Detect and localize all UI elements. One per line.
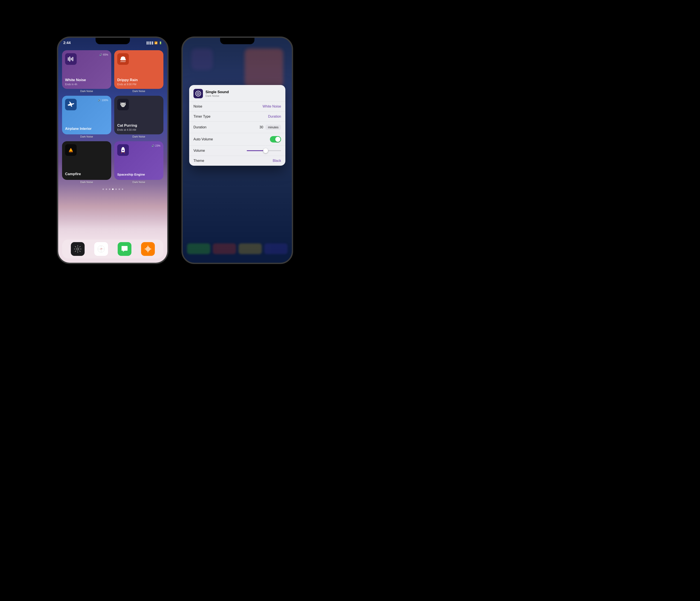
svg-rect-0 xyxy=(68,57,69,61)
svg-rect-2 xyxy=(71,58,72,60)
auto-volume-toggle[interactable] xyxy=(270,136,281,142)
auto-volume-row[interactable]: Auto Volume xyxy=(189,133,285,146)
drippy-rain-icon xyxy=(117,53,129,65)
left-phone-screen: 2:44 ▐▐▐▐ 📶 🔋 xyxy=(58,38,167,263)
card-app-subtitle: Dark Noise xyxy=(205,94,229,98)
drippy-rain-label: Dark Noise xyxy=(114,90,164,93)
spaceship-widget[interactable]: 🔊23% Spaceship Engine xyxy=(114,141,164,180)
white-noise-cell: 🔊65% White Noise Ends in 4h Dark Noise xyxy=(62,50,111,93)
svg-rect-3 xyxy=(72,57,73,61)
white-noise-label: Dark Noise xyxy=(62,90,111,93)
app-icon xyxy=(194,89,203,98)
status-icons: ▐▐▐▐ 📶 🔋 xyxy=(146,42,162,45)
duration-unit[interactable]: minutes xyxy=(266,125,281,130)
svg-point-13 xyxy=(122,150,124,151)
page-dot-3[interactable] xyxy=(112,188,114,190)
page-dots xyxy=(58,188,167,190)
spaceship-volume: 🔊23% xyxy=(151,144,160,147)
timer-type-label: Timer Type xyxy=(194,114,210,119)
left-phone: 2:44 ▐▐▐▐ 📶 🔋 xyxy=(57,36,169,264)
white-noise-volume: 🔊65% xyxy=(99,53,108,56)
duration-controls: 30 minutes xyxy=(259,125,281,130)
blur-item-4 xyxy=(264,243,288,254)
spaceship-cell: 🔊23% Spaceship Engine Dark Noise xyxy=(114,141,164,184)
drippy-rain-title: Drippy Rain xyxy=(117,78,160,82)
cat-purring-cell: Cat Purring Ends at 4:30 AM Dark Noise xyxy=(114,96,164,138)
page-dot-4[interactable] xyxy=(115,188,117,190)
noise-value: White Noise xyxy=(262,105,281,108)
volume-label: Volume xyxy=(194,149,205,153)
svg-point-8 xyxy=(122,104,122,105)
right-phone: Single Sound Dark Noise Noise White Nois… xyxy=(181,36,293,264)
page-dot-6[interactable] xyxy=(122,188,123,190)
widget-grid: 🔊65% White Noise Ends in 4h Dark Noise xyxy=(58,47,167,187)
page-dot-1[interactable] xyxy=(106,188,107,190)
cat-purring-widget[interactable]: Cat Purring Ends at 4:30 AM xyxy=(114,96,164,134)
cat-purring-title: Cat Purring xyxy=(117,124,160,128)
noise-row[interactable]: Noise White Noise xyxy=(189,102,285,112)
volume-row[interactable]: Volume xyxy=(189,146,285,156)
airplane-widget[interactable]: 🔊100% Airplane Interior xyxy=(62,96,111,134)
volume-slider-thumb[interactable] xyxy=(263,148,268,153)
theme-value: Black xyxy=(273,159,281,163)
campfire-cell: Campfire Dark Noise xyxy=(62,141,111,184)
right-notch xyxy=(220,38,254,44)
airplane-title: Airplane Interior xyxy=(65,127,108,131)
white-noise-icon xyxy=(65,53,77,65)
card-header: Single Sound Dark Noise xyxy=(189,85,285,102)
signal-icon: ▐▐▐▐ xyxy=(146,42,153,45)
dock xyxy=(62,239,164,258)
campfire-title: Campfire xyxy=(65,172,108,176)
settings-app-icon[interactable] xyxy=(71,242,84,256)
drippy-rain-cell: Drippy Rain Ends at 9:00 PM Dark Noise xyxy=(114,50,164,93)
white-noise-widget[interactable]: 🔊65% White Noise Ends in 4h xyxy=(62,50,111,89)
phones-container: 2:44 ▐▐▐▐ 📶 🔋 xyxy=(57,36,293,264)
airplane-icon xyxy=(65,99,77,110)
svg-line-11 xyxy=(71,152,73,152)
airplane-volume: 🔊100% xyxy=(98,99,108,102)
duration-label: Duration xyxy=(194,125,206,129)
svg-line-6 xyxy=(123,61,124,62)
svg-point-14 xyxy=(77,248,79,250)
svg-line-4 xyxy=(121,61,121,62)
messages-app-icon[interactable] xyxy=(118,242,131,256)
drippy-rain-widget[interactable]: Drippy Rain Ends at 9:00 PM xyxy=(114,50,164,89)
cat-purring-subtitle: Ends at 4:30 AM xyxy=(117,128,160,131)
theme-row[interactable]: Theme Black xyxy=(189,156,285,166)
white-noise-title: White Noise xyxy=(65,78,108,82)
svg-rect-1 xyxy=(69,56,70,61)
status-time: 2:44 xyxy=(63,41,71,45)
page-dot-2[interactable] xyxy=(109,188,110,190)
svg-line-7 xyxy=(125,61,125,62)
theme-label: Theme xyxy=(194,159,204,163)
campfire-label: Dark Noise xyxy=(62,181,111,184)
blur-item-2 xyxy=(213,243,236,254)
spaceship-icon xyxy=(117,144,129,156)
notch xyxy=(96,38,130,44)
wifi-icon: 📶 xyxy=(154,42,158,45)
detail-card: Single Sound Dark Noise Noise White Nois… xyxy=(189,85,285,166)
page-dot-0[interactable] xyxy=(102,188,104,190)
battery-icon: 🔋 xyxy=(159,42,162,45)
cat-purring-icon xyxy=(117,99,129,110)
volume-slider-track[interactable] xyxy=(247,150,281,151)
campfire-widget[interactable]: Campfire xyxy=(62,141,111,180)
white-noise-subtitle: Ends in 4h xyxy=(65,83,108,86)
timer-type-row[interactable]: Timer Type Duration xyxy=(189,112,285,122)
card-app-info: Single Sound Dark Noise xyxy=(205,90,229,98)
blur-item-3 xyxy=(239,243,262,254)
volume-slider-container xyxy=(205,150,281,151)
spaceship-label: Dark Noise xyxy=(114,181,164,184)
overcast-app-icon[interactable] xyxy=(141,242,155,256)
page-dot-5[interactable] xyxy=(119,188,120,190)
duration-number: 30 xyxy=(259,125,263,129)
safari-app-icon[interactable] xyxy=(94,242,108,256)
duration-row[interactable]: Duration 30 minutes xyxy=(189,122,285,133)
home-screen: 2:44 ▐▐▐▐ 📶 🔋 xyxy=(58,38,167,263)
noise-label: Noise xyxy=(194,105,202,108)
right-phone-screen: Single Sound Dark Noise Noise White Nois… xyxy=(183,38,292,263)
spaceship-title: Spaceship Engine xyxy=(117,173,160,176)
campfire-icon xyxy=(65,144,77,156)
blur-widget-2 xyxy=(191,49,213,70)
blur-item-1 xyxy=(187,243,210,254)
